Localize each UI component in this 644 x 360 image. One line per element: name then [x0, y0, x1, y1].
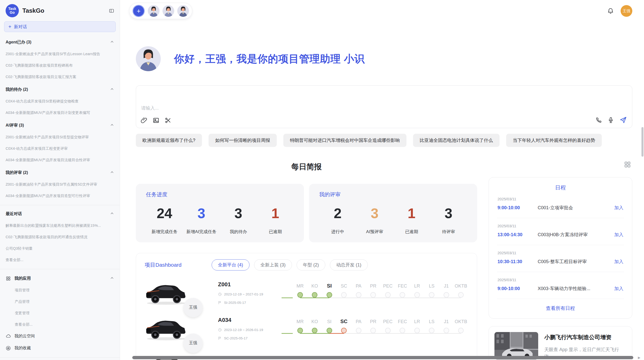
project-dashboard-card: 项目Dashboard 全新平台 (4) 全新上装 (3) 年型 (2) 动总开…: [136, 253, 477, 360]
sidebar-item-my-apps[interactable]: 我的应用: [4, 276, 116, 281]
schedule-card: 日程 2025/03/11 9:00-10:00 C001-立项审批会 加入 2…: [489, 177, 632, 319]
list-item[interactable]: Z001-全新燃油轻卡产品开发项目SI节点属性5D文件评审: [4, 182, 116, 187]
chevron-up-icon[interactable]: [110, 276, 114, 281]
avatar[interactable]: [148, 5, 159, 17]
user-avatar[interactable]: 王强: [621, 5, 632, 17]
view-all-link[interactable]: 查看全部...: [4, 258, 116, 262]
milestone-j1: J1: [439, 318, 454, 334]
list-item[interactable]: Z001-全新燃油皮卡产品开发项目SI节点Lesson Learn报告: [4, 52, 116, 56]
list-item[interactable]: 解释最新出台的欧盟报废车法规再生塑料比例被调至15%...: [4, 223, 116, 228]
stat-value: 3: [445, 206, 452, 221]
join-link[interactable]: 加入: [614, 286, 623, 292]
vertical-scrollbar-thumb[interactable]: [641, 127, 643, 157]
list-item[interactable]: C0X4-动力总成开发项目SI里程碑提交物检查: [4, 99, 116, 104]
tab-model-year[interactable]: 年型 (2): [297, 259, 325, 271]
add-assistant-button[interactable]: +: [133, 5, 145, 17]
list-item[interactable]: C02-飞腾新能源轻客改款项目里程碑画布: [4, 63, 116, 68]
chevron-up-icon[interactable]: [110, 211, 114, 217]
avatar[interactable]: [177, 5, 189, 17]
project-code: A034: [218, 317, 282, 323]
section-title: AI评审 (3): [6, 123, 24, 128]
stat-label: 已逾期: [405, 229, 418, 235]
suggestion-chip[interactable]: 比亚迪全固态电池计划具体说了什么: [413, 134, 500, 147]
milestone-mr: MR: [293, 282, 308, 298]
list-item[interactable]: A034-全新新能源MUV产品开发项目造型可行性评审: [4, 193, 116, 198]
tab-new-body[interactable]: 全新上装 (3): [254, 259, 292, 271]
join-link[interactable]: 加入: [614, 205, 623, 211]
dashboard-title: 项目Dashboard: [145, 261, 182, 268]
sidebar-item-product-mgmt[interactable]: 产品管理: [4, 299, 116, 304]
notification-bell-icon[interactable]: [607, 8, 614, 14]
stat-value: 3: [235, 206, 242, 221]
milestone-lr: LR: [410, 318, 425, 334]
layout-grid-icon[interactable]: [624, 161, 631, 169]
sidebar-collapse-icon[interactable]: [109, 8, 114, 13]
section-recent: 最近对话 解释最新出台的欧盟报废车法规再生塑料比例被调至15%... C02-飞…: [4, 211, 116, 262]
view-all-link[interactable]: 查看全部...: [4, 322, 116, 327]
milestone-j1: J1: [439, 282, 454, 298]
divider: [0, 269, 120, 269]
view-all-schedule-link[interactable]: 查看所有日程: [497, 299, 624, 315]
milestone-lr: LR: [410, 282, 425, 298]
project-flag: SI-2025-05-17: [224, 301, 246, 305]
schedule-item: 2025/03/11 13:00-14:30 C003|H0B-方案冻结评审 加…: [497, 218, 624, 245]
message-composer[interactable]: 请输入...: [136, 85, 632, 128]
suggestion-chip[interactable]: 当下年轻人对汽车外观有怎样的喜好趋势: [506, 134, 602, 147]
list-item[interactable]: C02-飞腾新能源轻客改款项目立项汇报方案: [4, 74, 116, 79]
new-chat-button[interactable]: + 新对话: [4, 21, 116, 32]
attachment-icon[interactable]: [141, 117, 148, 125]
milestone-oktb: OKTB: [454, 318, 469, 334]
send-icon[interactable]: [619, 116, 627, 125]
join-link[interactable]: 加入: [614, 232, 623, 238]
schedule-date: 2025/03/11: [497, 251, 623, 255]
microphone-icon[interactable]: [607, 117, 614, 125]
milestone-pec: PEC: [380, 318, 395, 334]
stat-label: 我的待办: [230, 229, 247, 235]
sidebar-item-favorites[interactable]: 我的收藏: [4, 346, 116, 351]
chevron-up-icon[interactable]: [110, 40, 114, 45]
list-item[interactable]: A034-全新新能源MUV产品开发项目法规符合性评审: [4, 158, 116, 162]
truck-image: [145, 280, 187, 306]
chevron-up-icon[interactable]: [110, 123, 114, 128]
stat-value: 1: [271, 206, 279, 221]
list-item[interactable]: 公司Q3轻卡销量: [4, 246, 116, 251]
image-icon[interactable]: [153, 117, 159, 125]
sidebar-item-cloud-space[interactable]: 我的云空间: [4, 334, 116, 339]
list-item[interactable]: C02-飞腾新能源轻客改款项目的闭环通告反馈情况: [4, 235, 116, 239]
briefing-stats: 任务进度 24新增完成任务 3新增AI完成任务 3我的待办 1已逾期 我的评审 …: [136, 184, 477, 242]
milestone-oktb: OKTB: [454, 282, 469, 298]
project-row[interactable]: 王强 A034 2023-12-19 ~ 2026-01-19 SC-2025-…: [145, 315, 468, 342]
scroll-right-arrow-icon[interactable]: ▶: [638, 356, 640, 359]
list-item[interactable]: C0X4-动力总成开发项目工程变更评审: [4, 146, 116, 151]
stat-label: 新增AI完成任务: [186, 229, 216, 235]
schedule-time: 9:00-10:00: [497, 286, 538, 291]
chevron-up-icon[interactable]: [110, 170, 114, 175]
stat-value: 3: [198, 206, 206, 221]
suggestion-chip[interactable]: 欧洲新规最近颁布了什么?: [136, 134, 202, 147]
task-progress-card: 任务进度 24新增完成任务 3新增AI完成任务 3我的待办 1已逾期: [136, 184, 304, 242]
project-period: 2023-12-19 ~ 2027-01-19: [224, 292, 263, 296]
join-link[interactable]: 加入: [614, 259, 623, 265]
phone-icon[interactable]: [595, 117, 602, 125]
chevron-up-icon[interactable]: [110, 87, 114, 92]
milestone-pr: PR: [366, 318, 381, 334]
schedule-time: 10:30-11:30: [497, 259, 538, 264]
tab-powertrain[interactable]: 动总开发 (1): [330, 259, 368, 271]
sidebar-item-change-mgmt[interactable]: 变更管理: [4, 311, 116, 316]
flag-icon: [218, 301, 222, 305]
section-title: Agent已办 (3): [6, 40, 31, 45]
suggestion-chip[interactable]: 如何写一份清晰的项目周报: [209, 134, 277, 147]
list-item[interactable]: Z001-全新燃油轻卡产品开发项目SI造型提交物评审: [4, 135, 116, 140]
sidebar-header: Task Go TaskGo: [4, 4, 116, 18]
scissors-icon[interactable]: [165, 117, 171, 125]
project-row[interactable]: 王强 Z001 2023-12-19 ~ 2027-01-19 SI-2025-…: [145, 280, 468, 306]
avatar[interactable]: [163, 5, 174, 17]
sidebar-item-project-mgmt[interactable]: 项目管理: [4, 288, 116, 293]
suggestion-chip[interactable]: 特朗普可能对进口汽车增税会对中国车企造成哪些影响: [283, 134, 406, 147]
tab-new-platform[interactable]: 全新平台 (4): [212, 259, 250, 271]
list-item[interactable]: A034-全新新能源MUV产品开发项目计划变更表编写: [4, 110, 116, 115]
horizontal-scrollbar-thumb[interactable]: [132, 356, 633, 359]
milestone-pr: PR: [366, 282, 381, 298]
news-card[interactable]: 小鹏飞行汽车制造公司增资 天眼查 App 显示，近日广州汇天飞行汽...: [489, 326, 632, 360]
schedule-name: C003|H0B-方案冻结评审: [538, 232, 614, 238]
